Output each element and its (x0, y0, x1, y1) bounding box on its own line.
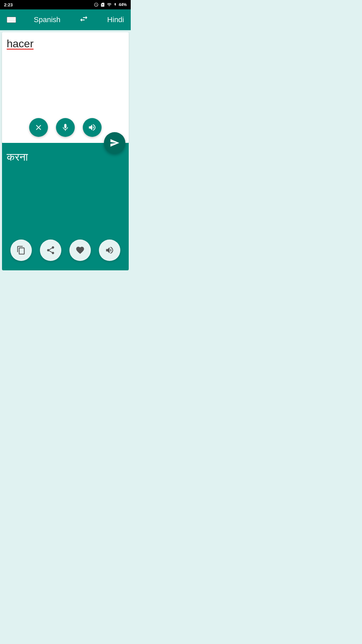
output-controls (7, 239, 124, 264)
sim-icon (100, 2, 105, 7)
charging-icon (114, 2, 117, 7)
swap-icon (78, 14, 89, 23)
alarm-icon (94, 2, 99, 7)
volume-output-icon (105, 246, 114, 255)
copy-button[interactable] (10, 239, 32, 261)
input-panel: hacer (2, 32, 129, 143)
input-controls (7, 118, 124, 138)
swap-languages-button[interactable] (78, 14, 89, 25)
battery-level: 44% (119, 2, 127, 7)
speak-source-button[interactable] (83, 118, 102, 137)
volume-source-icon (88, 123, 97, 132)
app-header: Spanish Hindi (0, 9, 131, 30)
menu-button[interactable] (7, 17, 16, 23)
speak-output-button[interactable] (99, 239, 120, 261)
translated-text: करना (7, 151, 124, 163)
share-icon (46, 246, 55, 255)
status-icons: 44% (94, 2, 127, 7)
signal-icon (107, 2, 112, 7)
output-panel: करना (2, 143, 129, 270)
mic-icon (61, 123, 70, 132)
clear-icon (34, 123, 43, 132)
favorite-button[interactable] (69, 239, 91, 261)
status-bar: 2:23 44% (0, 0, 131, 9)
heart-icon (75, 246, 85, 255)
source-text[interactable]: hacer (7, 38, 124, 113)
clear-button[interactable] (29, 118, 48, 137)
translate-button[interactable] (104, 132, 125, 154)
target-language[interactable]: Hindi (107, 15, 124, 24)
copy-icon (16, 246, 26, 255)
send-icon (110, 138, 120, 148)
source-language[interactable]: Spanish (34, 15, 61, 24)
status-time: 2:23 (4, 2, 13, 7)
mic-button[interactable] (56, 118, 75, 137)
share-button[interactable] (40, 239, 61, 261)
